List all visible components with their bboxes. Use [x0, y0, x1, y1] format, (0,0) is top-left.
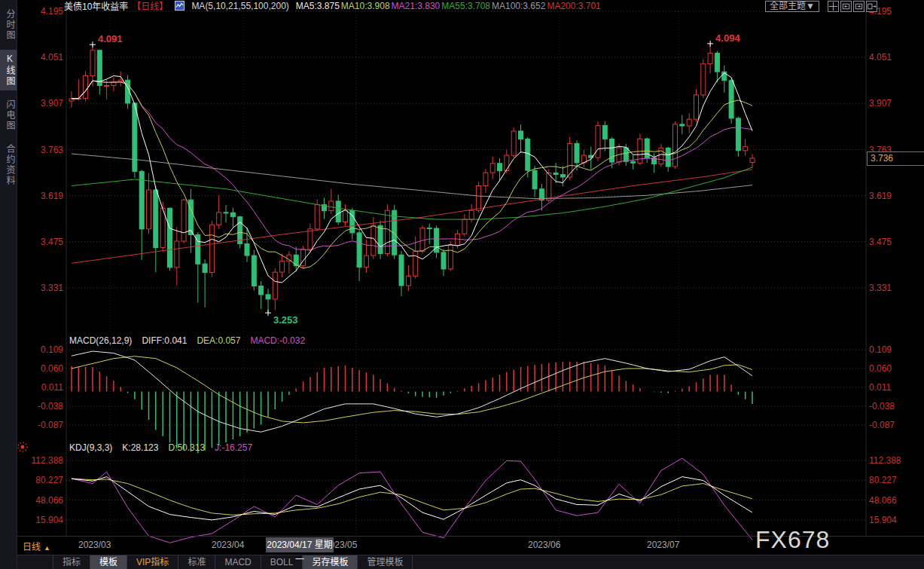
macd-axis-label: 0.011: [869, 382, 922, 393]
macd-axis-label: 0.109: [869, 344, 922, 355]
diff-line: [72, 351, 752, 432]
expand-right-icon: [867, 2, 877, 11]
ma-legend-item: MA5:3.875: [296, 1, 340, 11]
sidebar-tab-contract-info[interactable]: 合约资料: [0, 140, 17, 190]
main-axis-label: 3.619: [15, 191, 63, 201]
candle-body: [477, 186, 481, 211]
crosshair-button[interactable]: [828, 1, 839, 12]
sidebar-tab-lightning-chart[interactable]: 闪电图: [0, 96, 17, 135]
candle-body: [105, 86, 109, 87]
tab-save-template[interactable]: 另存模板: [303, 555, 358, 569]
candle-body: [203, 264, 207, 273]
candle-body: [230, 213, 235, 217]
candle-body: [209, 225, 214, 272]
candle-body: [687, 119, 691, 126]
candle-body: [315, 205, 319, 229]
period-tag: 【日线】: [132, 0, 168, 12]
candle-body: [259, 286, 264, 295]
candle-body: [624, 148, 628, 161]
ma-legend-item: MA55:3.708: [441, 1, 490, 11]
main-axis-label: 3.475: [869, 237, 922, 247]
pan-right-icon: [854, 2, 864, 11]
kdj-axis-label: 48.066: [15, 495, 63, 506]
chart-header: 美债10年收益率 【日线】 MA(5,10,21,55,100,200) MA5…: [64, 0, 602, 11]
expand-right-button[interactable]: [866, 1, 877, 12]
main-axis-label: 3.619: [869, 191, 922, 201]
kdj-legend-item: K:28.123: [122, 442, 158, 453]
sidebar: 分时图K线图闪电图合约资料: [0, 0, 17, 569]
main-axis-label: 4.051: [15, 52, 63, 63]
main-axis-label: 4.195: [15, 6, 63, 17]
price-annotation: 4.091: [98, 33, 123, 44]
candle-body: [364, 255, 368, 267]
kdj-axis-label: 15.904: [869, 515, 922, 525]
candle-body: [441, 252, 446, 269]
sidebar-tab-intraday-chart[interactable]: 分时图: [0, 5, 17, 44]
candle-body: [666, 148, 670, 167]
candle-body: [448, 246, 453, 269]
period-selector[interactable]: 日线▲: [23, 540, 50, 552]
indicator-alert-icon[interactable]: [16, 440, 29, 454]
candle-body: [519, 131, 523, 139]
candle-body: [357, 233, 361, 268]
tab-indicators[interactable]: 指标: [53, 555, 90, 569]
tab-vip-indicators[interactable]: VIP指标: [127, 555, 178, 569]
pan-right-button[interactable]: [853, 1, 865, 12]
candle-body: [413, 252, 418, 277]
candle-body: [308, 229, 313, 249]
kdj-axis-label: 15.904: [15, 515, 63, 525]
pan-left-button[interactable]: [840, 1, 852, 12]
candle-body: [511, 131, 516, 155]
candle-body: [694, 95, 699, 119]
candle-body: [490, 164, 495, 173]
candle-body: [701, 64, 706, 95]
macd-axis-label: -0.087: [869, 420, 922, 430]
time-axis-label: 2023/03: [78, 540, 111, 550]
crosshair-icon: [828, 2, 838, 11]
candle-body: [329, 201, 334, 211]
candle-body: [224, 213, 228, 213]
main-axis-label: 3.331: [869, 283, 922, 293]
candle-body: [175, 241, 179, 268]
candle-body: [266, 295, 270, 299]
candle-body: [427, 228, 432, 229]
macd-axis-label: 0.109: [15, 344, 63, 355]
period-selector-label: 日线: [23, 542, 41, 552]
candle-body: [505, 155, 509, 170]
tab-macd[interactable]: MACD: [215, 555, 261, 569]
candle-body: [602, 126, 607, 139]
main-axis-label: 3.763: [15, 145, 63, 155]
kdj-axis-label: 48.066: [869, 495, 922, 506]
candle-body: [610, 139, 614, 163]
tab-standard[interactable]: 标准: [178, 555, 215, 569]
chart-type-icon[interactable]: [175, 1, 184, 11]
candle-body: [168, 208, 172, 268]
theme-selector-button[interactable]: 全部主题▼: [765, 1, 819, 12]
chevron-up-icon: ▲: [44, 544, 50, 552]
tab-templates[interactable]: 模板: [90, 555, 127, 569]
candle-body: [336, 201, 340, 222]
candle-body: [498, 164, 502, 171]
candle-body: [526, 139, 530, 171]
main-axis-label: 3.331: [15, 283, 63, 293]
tab-manage-templates[interactable]: 管理模板: [358, 555, 413, 569]
candle-body: [280, 261, 285, 272]
ma-legend: MA5:3.875MA10:3.908MA21:3.830MA55:3.708M…: [296, 1, 602, 11]
candle-body: [217, 213, 221, 225]
kdj-legend: KDJ(9,3,3)K:28.123D:50.313J:-16.257: [69, 442, 252, 453]
candle-body: [673, 124, 678, 167]
candle-body: [743, 147, 748, 151]
ma21-line: [72, 81, 752, 250]
date-tooltip: 2023/04/17 星期一: [266, 537, 334, 552]
sidebar-tab-kline-chart[interactable]: K线图: [0, 50, 17, 90]
macd-axis-label: 0.011: [15, 382, 63, 393]
macd-legend: MACD(26,12,9)DIFF:0.041DEA:0.057MACD:-0.…: [69, 335, 305, 346]
ma-legend-item: MA21:3.830: [392, 1, 441, 11]
candle-body: [252, 255, 256, 286]
candle-body: [736, 118, 740, 151]
ma5-line: [72, 73, 752, 283]
ma10-line: [72, 81, 752, 268]
d-line: [72, 479, 752, 515]
kdj-axis-label: 112.388: [15, 455, 63, 466]
candle-body: [343, 211, 348, 222]
